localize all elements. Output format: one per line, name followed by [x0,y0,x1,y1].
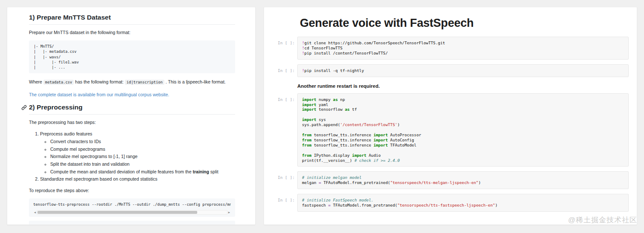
cell-prompt: In [ ]: [264,194,297,202]
code-cell-content: !git clone https://github.com/TensorSpee… [302,40,624,56]
notebook-cell-row: In [ ]:!git clone https://github.com/Ten… [264,37,629,60]
page: 1) Prepare MnTTS Dataset Prepare our MnT… [0,0,644,233]
link-icon[interactable] [21,105,27,110]
horizontal-scrollbar[interactable]: ◄ ► [33,210,231,215]
preprocess-command-block: tensorflow-tts-preprocess --rootdir ./Mn… [29,198,235,217]
intro-paragraph: Prepare our MnTTS dataset in the followi… [29,29,235,36]
normalize-command-text: tensorflow-tts-normalize --rootdir ./dum… [33,224,231,225]
substep-item: Split the dataset into train and validat… [50,161,235,167]
notebook-cell-row: In [ ]:!pip install -q tf-nightly [264,64,629,77]
scroll-left-arrow-icon[interactable]: ◄ [33,210,37,215]
code-cell-content: import numpy as npimport yamlimport tens… [302,97,624,163]
scroll-right-arrow-icon[interactable]: ► [227,210,231,215]
cell-prompt: In [ ]: [264,171,297,180]
section-heading-prepare-dataset: 1) Prepare MnTTS Dataset [29,14,235,25]
heading-text: 2) Preprocessing [29,104,83,111]
dataset-tree-codeblock: |- MnTTS/ | |- metadata.csv | |- wavs/ |… [29,40,235,73]
metadata-csv-inline-code: metadata.csv [43,80,74,85]
format-note-text: has the following format: [74,79,125,84]
bold-text: training [193,169,209,174]
substep-item: Compute the mean and standard deviation … [50,169,235,175]
code-cell-content: # initialize FastSpeech model.fastspeech… [302,198,624,208]
cell-prompt: In [ ]: [264,93,297,102]
notebook-cell-row: In [ ]:# initialize FastSpeech model.fas… [264,194,629,212]
code-cell[interactable]: # initialize FastSpeech model.fastspeech… [297,194,629,212]
format-note-text: Where [29,79,43,84]
preprocess-command-text: tensorflow-tts-preprocess --rootdir ./Mn… [33,202,231,207]
heading-text: 1) Prepare MnTTS Dataset [29,14,111,21]
code-cell-content: # initialize melgan modelmelgan = TFAuto… [302,175,624,185]
notebook-note-row: Another runtime restart is required. [264,82,629,89]
preprocessing-steps-list: Preprocess audio featuresConvert charact… [29,130,235,182]
id-transcription-inline-code: id|transcription [125,80,164,85]
normalize-command-block: tensorflow-tts-normalize --rootdir ./dum… [29,221,235,225]
notebook-cell-row: In [ ]:# initialize melgan modelmelgan =… [264,171,629,189]
format-note-paragraph: Where metadata.csv has the following for… [29,79,235,86]
cell-prompt: In [ ]: [264,37,297,45]
watermark: @稀土掘金技术社区 [568,215,637,225]
format-note-text: . This is a ljspeech-like format. [164,79,226,84]
notebook-panel: Generate voice with FastSpeech In [ ]:!g… [264,7,637,225]
step-item: Standardize mel spectrogram based on com… [40,175,235,182]
substep-item: Convert characters to IDs [50,138,235,145]
substep-list: Convert characters to IDsCompute mel spe… [40,138,235,175]
code-cell[interactable]: !pip install -q tf-nightly [297,64,629,77]
reproduce-label: To reproduce the steps above: [29,187,235,194]
scrollbar-thumb[interactable] [37,211,197,214]
substep-item: Normalize mel spectrograms to [-1, 1] ra… [50,153,235,160]
dataset-website-link[interactable]: The complete dataset is available from o… [29,92,169,98]
notebook-title: Generate voice with FastSpeech [300,17,629,30]
section-heading-preprocessing: 2) Preprocessing [29,104,235,115]
readme-panel: 1) Prepare MnTTS Dataset Prepare our MnT… [7,7,256,225]
notebook-cells: In [ ]:!git clone https://github.com/Ten… [264,37,629,212]
cell-prompt [264,82,297,86]
code-cell[interactable]: import numpy as npimport yamlimport tens… [297,93,629,167]
code-cell[interactable]: !git clone https://github.com/TensorSpee… [297,37,629,60]
step-item: Preprocess audio featuresConvert charact… [40,130,235,175]
preprocessing-intro: The preprocessing has two steps: [29,119,235,126]
code-cell[interactable]: # initialize melgan modelmelgan = TFAuto… [297,171,629,189]
restart-note: Another runtime restart is required. [297,82,380,89]
notebook-cell-row: In [ ]:import numpy as npimport yamlimpo… [264,93,629,167]
scrollbar-track[interactable] [37,210,227,215]
code-cell-content: !pip install -q tf-nightly [302,68,624,73]
cell-prompt: In [ ]: [264,64,297,73]
substep-item: Compute mel spectrograms [50,146,235,152]
